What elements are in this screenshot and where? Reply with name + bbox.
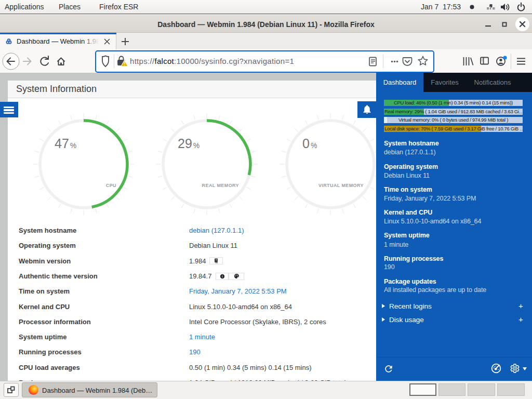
- svg-text:?: ?: [489, 4, 493, 10]
